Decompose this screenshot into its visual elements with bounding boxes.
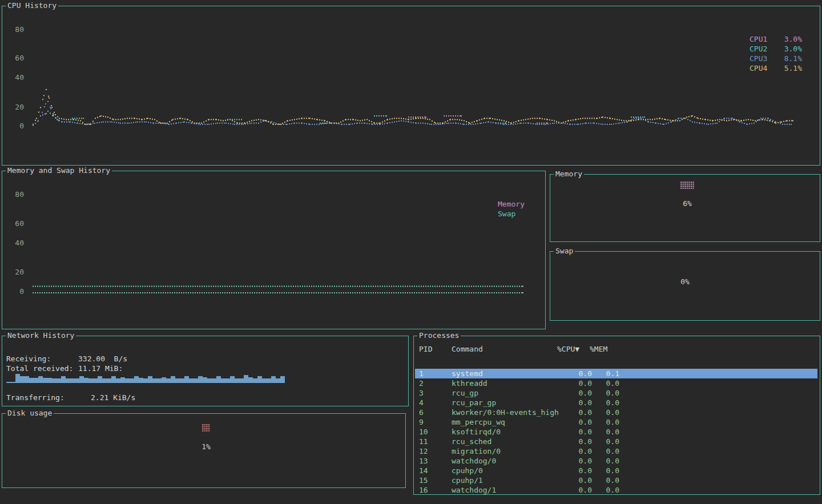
process-command: rcu_par_gp [452,398,496,407]
cpu-legend-row-2: CPU2 3.0% [750,45,802,54]
process-pid: 14 [419,466,428,475]
disk-usage-title: Disk usage [6,409,54,417]
process-row[interactable]: 10ksoftirqd/00.00.0 [415,427,817,437]
cpu-history-panel: CPU History 80 60 40 20 0 CPU1 3.0% CPU2… [2,6,820,166]
process-command: watchdog/1 [452,486,496,494]
process-row[interactable]: 1systemd0.00.1 [415,369,817,378]
cpu2-legend-value: 3.0% [784,45,802,53]
process-mem: 0.0 [579,408,619,417]
process-row[interactable]: 4rcu_par_gp0.00.0 [415,398,817,408]
process-row[interactable]: 13watchdog/00.00.0 [415,456,817,466]
cpu-legend-row-1: CPU1 3.0% [750,35,802,44]
cpu4-legend-label: CPU4 [750,64,767,72]
transferring-label: Transferring: [6,393,65,402]
system-monitor-app: CPU History 80 60 40 20 0 CPU1 3.0% CPU2… [0,0,822,504]
cpu1-legend-label: CPU1 [750,35,767,43]
disk-usage-panel: Disk usage 1% [2,413,406,488]
processes-title: Processes [417,331,461,340]
process-row[interactable]: 6kworker/0:0H-events_high0.00.0 [415,408,817,417]
process-row[interactable]: 16watchdog/10.00.0 [415,485,817,495]
process-pid: 3 [419,389,424,397]
process-row[interactable]: 3rcu_gp0.00.0 [415,388,817,398]
swap-gauge-panel: Swap 0% [550,251,820,321]
column-header-command[interactable]: Command [452,345,483,353]
process-command: migration/0 [452,447,501,455]
process-mem: 0.0 [579,389,619,397]
process-pid: 12 [419,447,428,455]
process-command: kthreadd [452,379,487,388]
process-mem: 0.0 [579,476,619,485]
swap-gauge-title: Swap [554,247,575,255]
process-pid: 1 [419,369,424,378]
process-mem: 0.0 [579,379,619,388]
disk-usage-percent: 1% [183,442,229,451]
network-history-panel: Network History Receiving: 332.00 B/s To… [2,336,409,406]
cpu-legend-row-4: CPU4 5.1% [750,64,802,73]
cpu4-legend-value: 5.1% [784,64,802,72]
process-mem: 0.0 [579,428,619,436]
process-row[interactable]: 12migration/00.00.0 [415,446,817,456]
column-header-mem[interactable]: %MEM [590,345,607,353]
disk-usage-dots-icon [202,424,210,432]
cpu3-legend-label: CPU3 [750,54,767,63]
memory-gauge-percent: 6% [664,199,710,208]
process-mem: 0.0 [579,398,619,407]
process-row[interactable]: 15cpuhp/10.00.0 [415,475,817,485]
process-pid: 9 [419,418,424,426]
memswap-history-panel: Memory and Swap History 80 60 40 20 0 Me… [2,171,546,329]
process-pid: 6 [419,408,424,417]
cpu-history-chart [2,6,820,165]
process-row[interactable]: 9mm_percpu_wq0.00.0 [415,417,817,427]
column-header-cpu[interactable]: %CPU▼ [557,345,579,353]
process-mem: 0.0 [579,457,619,465]
cpu3-legend-value: 8.1% [784,54,802,63]
cpu2-legend-label: CPU2 [750,45,767,53]
memory-gauge-panel: Memory 6% [550,174,820,242]
process-pid: 10 [419,428,428,436]
memory-gauge-title: Memory [554,170,584,178]
memswap-history-chart [2,171,545,329]
column-header-pid[interactable]: PID [419,345,432,353]
process-command: cpuhp/0 [452,466,483,475]
process-command: rcu_sched [452,437,491,446]
process-mem: 0.1 [579,369,619,378]
process-row[interactable]: 2kthreadd0.00.0 [415,378,817,388]
process-command: ksoftirqd/0 [452,428,501,436]
process-command: mm_percpu_wq [452,418,505,426]
process-pid: 16 [419,486,428,494]
memory-gauge-dots-icon [680,182,694,189]
process-pid: 4 [419,398,424,407]
process-command: kworker/0:0H-events_high [452,408,559,417]
process-mem: 0.0 [579,437,619,446]
process-command: rcu_gp [452,389,478,397]
cpu-legend-row-3: CPU3 8.1% [750,54,802,63]
cpu1-legend-value: 3.0% [784,35,802,43]
swap-legend-label: Swap [498,209,515,218]
process-mem: 0.0 [579,418,619,426]
process-pid: 15 [419,476,428,485]
process-row[interactable]: 14cpuhp/00.00.0 [415,466,817,475]
process-pid: 13 [419,457,428,465]
process-command: systemd [452,369,483,378]
process-row[interactable]: 11rcu_sched0.00.0 [415,437,817,446]
memory-legend-label: Memory [498,200,525,208]
process-pid: 11 [419,437,428,446]
process-mem: 0.0 [579,447,619,455]
transferring-value: 2.21 KiB/s [91,393,135,402]
process-pid: 2 [419,379,424,388]
process-mem: 0.0 [579,466,619,475]
processes-panel: Processes PID Command %CPU▼ %MEM 1system… [413,336,820,495]
process-command: cpuhp/1 [452,476,483,485]
swap-gauge-percent: 0% [662,277,708,286]
process-command: watchdog/0 [452,457,496,465]
process-mem: 0.0 [579,486,619,494]
